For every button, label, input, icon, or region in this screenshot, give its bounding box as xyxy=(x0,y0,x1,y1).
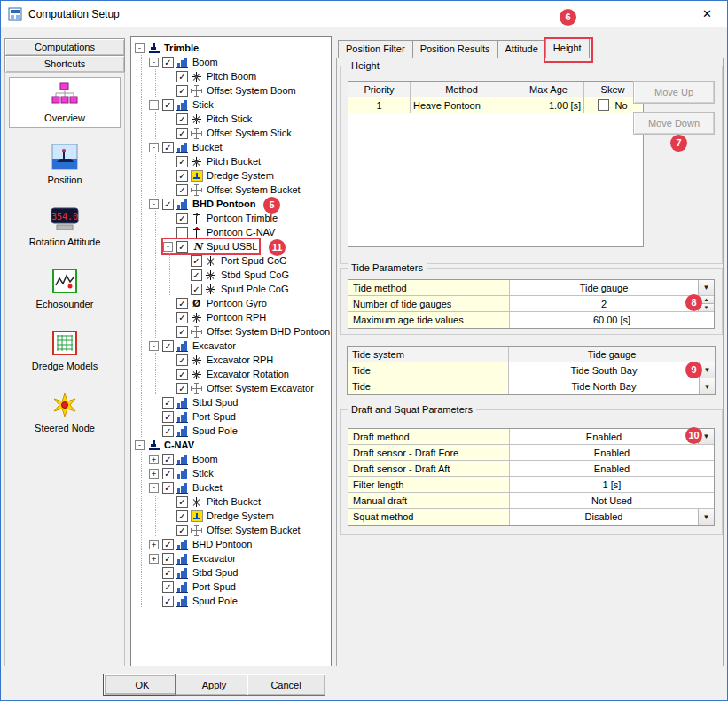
tree-checkbox[interactable]: ✓ xyxy=(162,425,174,437)
tree-checkbox[interactable]: ✓ xyxy=(176,326,188,338)
ok-button[interactable]: OK xyxy=(103,674,182,696)
tree-node-pitch-bucket[interactable]: ✓Pitch Bucket xyxy=(135,495,328,509)
sidebar-item-position[interactable]: Position xyxy=(9,139,121,190)
tree-checkbox[interactable]: ✓ xyxy=(162,482,174,494)
cancel-button[interactable]: Cancel xyxy=(247,674,325,696)
tree-node-pontoon-c-nav[interactable]: Pontoon C-NAV xyxy=(135,225,328,239)
tree-checkbox[interactable]: ✓ xyxy=(176,496,188,508)
tree-checkbox[interactable]: ✓ xyxy=(162,581,174,593)
tree-checkbox[interactable]: ✓ xyxy=(162,539,174,550)
tree-checkbox[interactable]: ✓ xyxy=(176,312,188,323)
tree-checkbox[interactable]: ✓ xyxy=(191,255,202,267)
tree-node-stick[interactable]: -✓Stick xyxy=(135,97,328,112)
tree-checkbox[interactable] xyxy=(176,227,188,238)
tree-node-port-spud-cog[interactable]: ✓Port Spud CoG xyxy=(135,253,328,268)
tree-checkbox[interactable]: ✓ xyxy=(176,369,188,380)
tree-expander-minus-icon[interactable]: - xyxy=(135,43,145,53)
tree-expander-minus-icon[interactable]: - xyxy=(149,199,159,209)
tree-node-spud-pole[interactable]: ✓Spud Pole xyxy=(135,424,328,438)
tree-checkbox[interactable]: ✓ xyxy=(162,553,174,565)
tree-expander-minus-icon[interactable]: - xyxy=(149,143,159,152)
tree-expander-plus-icon[interactable]: + xyxy=(149,455,159,464)
tree-node-bhd-pontoon[interactable]: -✓BHD Pontoon xyxy=(135,197,328,211)
tree-checkbox[interactable]: ✓ xyxy=(176,241,188,253)
tree-checkbox[interactable]: ✓ xyxy=(176,85,188,97)
tree-node-c-nav[interactable]: -C-NAV xyxy=(135,438,328,452)
tree-node-spud-pole[interactable]: ✓Spud Pole xyxy=(135,594,328,608)
move-up-button[interactable]: Move Up xyxy=(633,81,715,104)
tree-checkbox[interactable]: ✓ xyxy=(162,468,174,479)
tree-expander-minus-icon[interactable]: - xyxy=(163,242,173,252)
tree-checkbox[interactable]: ✓ xyxy=(162,340,174,352)
tide-parameter-value[interactable]: 60.00 [s] xyxy=(510,312,714,328)
tree-expander-plus-icon[interactable]: + xyxy=(149,469,159,479)
tree-node-stbd-spud-cog[interactable]: ✓Stbd Spud CoG xyxy=(135,268,328,282)
draft-parameter-value[interactable]: Enabled▼ xyxy=(510,429,714,444)
sidebar-item-dredge-models[interactable]: Dredge Models xyxy=(9,325,121,376)
tree-checkbox[interactable]: ✓ xyxy=(176,71,188,82)
draft-parameter-value[interactable]: Enabled xyxy=(510,445,714,460)
tab-attitude[interactable]: Attitude xyxy=(497,40,546,58)
tree-node-pitch-bucket[interactable]: ✓Pitch Bucket xyxy=(135,154,328,168)
tab-position-results[interactable]: Position Results xyxy=(412,40,498,58)
tree-checkbox[interactable]: ✓ xyxy=(176,184,188,196)
tree-node-offset-system-excavator[interactable]: ✓Offset System Excavator xyxy=(135,381,328,395)
tree-node-pitch-boom[interactable]: ✓Pitch Boom xyxy=(135,69,328,83)
tree-node-stbd-spud[interactable]: ✓Stbd Spud xyxy=(135,565,328,580)
dropdown-arrow-button[interactable]: ▼ xyxy=(698,509,714,525)
tree-expander-minus-icon[interactable]: - xyxy=(149,341,159,351)
tree-node-stbd-spud[interactable]: ✓Stbd Spud xyxy=(135,395,328,409)
tree-expander-minus-icon[interactable]: - xyxy=(149,58,159,67)
tree-expander-plus-icon[interactable]: + xyxy=(149,540,159,549)
sidebar-item-steered-node[interactable]: Steered Node xyxy=(9,387,121,438)
close-icon[interactable]: ✕ xyxy=(687,1,727,27)
tree-node-pontoon-gyro[interactable]: ✓Pontoon Gyro xyxy=(135,296,328,310)
computations-button[interactable]: Computations xyxy=(4,38,125,56)
tree-checkbox[interactable]: ✓ xyxy=(162,99,174,111)
tree-node-port-spud[interactable]: ✓Port Spud xyxy=(135,409,328,424)
draft-parameter-value[interactable]: Disabled▼ xyxy=(510,509,714,525)
tree-expander-minus-icon[interactable]: - xyxy=(149,483,159,493)
tree-checkbox[interactable]: ✓ xyxy=(176,113,188,125)
tree-checkbox[interactable]: ✓ xyxy=(176,510,188,522)
tab-position-filter[interactable]: Position Filter xyxy=(338,40,413,58)
sidebar-item-echosounder[interactable]: Echosounder xyxy=(9,263,121,314)
tree-node-offset-system-boom[interactable]: ✓Offset System Boom xyxy=(135,83,328,97)
tree-node-spud-pole-cog[interactable]: ✓Spud Pole CoG xyxy=(135,282,328,296)
tree-node-dredge-system[interactable]: ✓Dredge System xyxy=(135,509,328,523)
tree-expander-minus-icon[interactable]: - xyxy=(149,100,159,110)
tree-checkbox[interactable]: ✓ xyxy=(162,596,174,607)
tree-node-bhd-pontoon[interactable]: +✓BHD Pontoon xyxy=(135,537,328,551)
tide-gauge-value[interactable]: Tide North Bay▼ xyxy=(509,378,715,394)
tree-checkbox[interactable]: ✓ xyxy=(162,397,174,409)
tree-checkbox[interactable]: ✓ xyxy=(191,284,202,295)
tide-parameter-value[interactable]: 2▲▼ xyxy=(510,296,714,311)
dropdown-arrow-button[interactable]: ▼ xyxy=(698,280,714,295)
tree-checkbox[interactable]: ✓ xyxy=(176,298,188,309)
tree-checkbox[interactable]: ✓ xyxy=(162,454,174,465)
tree-node-excavator[interactable]: +✓Excavator xyxy=(135,551,328,565)
tree-node-stick[interactable]: +✓Stick xyxy=(135,466,328,480)
tree-node-pontoon-rph[interactable]: ✓Pontoon RPH xyxy=(135,310,328,324)
tree-node-bucket[interactable]: -✓Bucket xyxy=(135,140,328,154)
tree-node-trimble[interactable]: -Trimble xyxy=(135,41,328,55)
tree-checkbox[interactable]: ✓ xyxy=(176,383,188,394)
tree-node-offset-system-bhd-pontoon[interactable]: ✓Offset System BHD Pontoon xyxy=(135,324,328,339)
tree-checkbox[interactable]: ✓ xyxy=(176,170,188,182)
tree-node-bucket[interactable]: -✓Bucket xyxy=(135,480,328,495)
tree-checkbox[interactable]: ✓ xyxy=(176,213,188,224)
tree-checkbox[interactable]: ✓ xyxy=(176,128,188,139)
tree-checkbox[interactable]: ✓ xyxy=(162,411,174,423)
shortcuts-button[interactable]: Shortcuts xyxy=(4,55,125,73)
tree-node-boom[interactable]: -✓Boom xyxy=(135,55,328,69)
method-cell[interactable]: Heave Pontoon xyxy=(411,97,513,113)
tree-checkbox[interactable]: ✓ xyxy=(162,142,174,153)
tree-expander-plus-icon[interactable]: + xyxy=(149,554,159,564)
draft-parameter-value[interactable]: 1 [s] xyxy=(510,477,714,492)
tree-node-pitch-stick[interactable]: ✓Pitch Stick xyxy=(135,112,328,126)
tree-checkbox[interactable]: ✓ xyxy=(176,354,188,366)
skew-checkbox[interactable] xyxy=(598,99,609,111)
tide-parameter-value[interactable]: Tide gauge▼ xyxy=(510,280,714,295)
tree-node-excavator-rph[interactable]: ✓Excavator RPH xyxy=(135,353,328,367)
tree-checkbox[interactable]: ✓ xyxy=(176,525,188,536)
